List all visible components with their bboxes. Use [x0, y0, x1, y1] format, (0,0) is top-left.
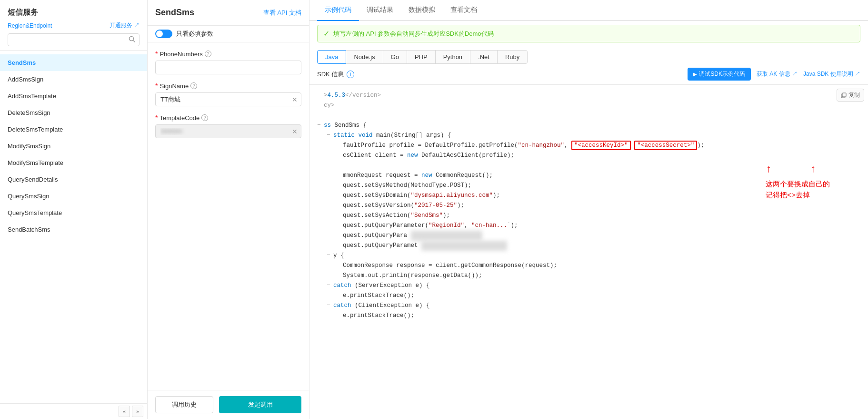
link-ak-info[interactable]: 获取 AK 信息 ↗	[757, 70, 798, 78]
input-wrap-TemplateCode: ✕	[155, 124, 301, 138]
code-line: csClient client = new DefaultAcsClient(p…	[317, 151, 860, 161]
notice-text: 填写左侧的 API 参数会自动同步生成对应SDK的Demo代码	[333, 30, 494, 38]
lang-tab-python[interactable]: Python	[435, 50, 470, 64]
blurred-param-2: ████████████████████████	[421, 241, 507, 251]
required-mark: *	[155, 82, 158, 90]
sidebar-bottom: « »	[0, 403, 147, 419]
form-label-SignName: * SignName?	[155, 82, 301, 90]
lang-tab-go[interactable]: Go	[383, 50, 407, 64]
tab-mock[interactable]: 数据模拟	[401, 0, 443, 21]
clear-icon[interactable]: ✕	[292, 128, 298, 135]
field-input-SignName[interactable]	[155, 92, 301, 106]
code-line: CommonResponse response = client.getComm…	[317, 261, 860, 271]
access-key-id-highlight: "<accessKeyId>"	[571, 141, 631, 150]
toggle-required-only[interactable]	[155, 30, 172, 38]
info-icon[interactable]: ?	[190, 82, 197, 89]
code-line: − static void main(String[] args) {	[317, 131, 860, 141]
code-line: quest.setSysDomain("dysmsapi.aliyuncs.co…	[317, 191, 860, 201]
code-line	[317, 111, 860, 121]
lang-tab-java[interactable]: Java	[317, 50, 346, 64]
svg-line-1	[133, 41, 135, 42]
code-line: >4.5.3</version>	[317, 91, 860, 101]
toggle-row: 只看必填参数	[148, 26, 309, 42]
code-line: mmonRequest request = new CommonRequest(…	[317, 171, 860, 181]
right-tabs: 示例代码调试结果数据模拟查看文档	[309, 0, 868, 21]
field-input-PhoneNumbers[interactable]	[155, 61, 301, 74]
code-line: − ss SendSms {	[317, 121, 860, 131]
sdk-info-bar: SDK 信息 i 调试SDK示例代码 获取 AK 信息 ↗ Java SDK 使…	[309, 64, 868, 85]
required-mark: *	[155, 114, 158, 122]
tab-debug[interactable]: 调试结果	[359, 0, 401, 21]
sidebar-nav: SendSmsAddSmsSignAddSmsTemplateDeleteSms…	[0, 51, 147, 403]
search-icon[interactable]	[129, 36, 135, 44]
link-region-endpoint[interactable]: Region&Endpoint	[8, 22, 52, 29]
lang-tab-php[interactable]: PHP	[407, 50, 436, 64]
sidebar-item-ModifySmsTemplate[interactable]: ModifySmsTemplate	[0, 154, 147, 171]
info-icon[interactable]: ?	[201, 114, 208, 121]
code-area: 复制 >4.5.3</version> cy> −	[309, 85, 868, 419]
scroll-right-btn[interactable]: »	[132, 406, 143, 417]
input-wrap-PhoneNumbers	[155, 61, 301, 74]
form-group-PhoneNumbers: * PhoneNumbers?	[155, 50, 301, 74]
right-panel: 示例代码调试结果数据模拟查看文档 ✓ 填写左侧的 API 参数会自动同步生成对应…	[309, 0, 868, 419]
sidebar-item-SendSms[interactable]: SendSms	[0, 54, 147, 71]
sidebar-item-AddSmsSign[interactable]: AddSmsSign	[0, 71, 147, 88]
link-java-sdk[interactable]: Java SDK 使用说明 ↗	[803, 70, 860, 78]
middle-title: SendSms	[155, 8, 194, 18]
sidebar: 短信服务 Region&Endpoint 开通服务 ↗ SendSmsAddSm…	[0, 0, 148, 419]
middle-panel: SendSms 查看 API 文档 只看必填参数 * PhoneNumbers?…	[148, 0, 309, 419]
scroll-left-btn[interactable]: «	[119, 406, 130, 417]
code-line: quest.putQueryPara ████████████████████	[317, 231, 860, 241]
code-line: − catch (ClientException e) {	[317, 301, 860, 311]
code-line: cy>	[317, 101, 860, 111]
sidebar-links: Region&Endpoint 开通服务 ↗	[8, 21, 140, 30]
link-open-service[interactable]: 开通服务 ↗	[110, 21, 140, 30]
lang-tabs: JavaNode.jsGoPHPPython.NetRuby	[317, 50, 527, 64]
sidebar-title: 短信服务	[8, 8, 140, 18]
input-wrap-SignName: ✕	[155, 92, 301, 106]
field-label-text: PhoneNumbers	[160, 51, 202, 58]
tab-example[interactable]: 示例代码	[317, 0, 359, 21]
form-group-TemplateCode: * TemplateCode?✕	[155, 114, 301, 138]
notice-bar: ✓ 填写左侧的 API 参数会自动同步生成对应SDK的Demo代码	[317, 25, 860, 42]
tab-docs[interactable]: 查看文档	[443, 0, 485, 21]
lang-tab-nodejs[interactable]: Node.js	[346, 50, 383, 64]
toggle-icon[interactable]: −	[327, 131, 333, 141]
sidebar-item-QuerySmsSign[interactable]: QuerySmsSign	[0, 188, 147, 204]
copy-btn[interactable]: 复制	[837, 89, 864, 102]
check-icon: ✓	[323, 29, 329, 38]
sidebar-item-DeleteSmsSign[interactable]: DeleteSmsSign	[0, 104, 147, 121]
sdk-info-label: SDK 信息	[317, 70, 344, 79]
sdk-info-icon[interactable]: i	[347, 71, 354, 78]
toggle-icon[interactable]: −	[327, 301, 333, 311]
form-fields: * PhoneNumbers?* SignName?✕* TemplateCod…	[148, 42, 309, 390]
sidebar-item-SendBatchSms[interactable]: SendBatchSms	[0, 221, 147, 238]
form-group-SignName: * SignName?✕	[155, 82, 301, 106]
info-icon[interactable]: ?	[205, 51, 211, 57]
api-doc-link[interactable]: 查看 API 文档	[263, 9, 301, 17]
field-input-TemplateCode[interactable]	[155, 124, 301, 138]
lang-tab-ruby[interactable]: Ruby	[497, 50, 528, 64]
btn-invoke[interactable]: 发起调用	[219, 396, 301, 413]
search-input[interactable]	[12, 36, 129, 43]
sidebar-item-ModifySmsSign[interactable]: ModifySmsSign	[0, 138, 147, 154]
sdk-info-left: SDK 信息 i	[317, 70, 354, 79]
lang-tab-net[interactable]: .Net	[470, 50, 498, 64]
access-secret-highlight: "<accessSecret>"	[634, 141, 697, 150]
sidebar-item-AddSmsTemplate[interactable]: AddSmsTemplate	[0, 88, 147, 104]
sidebar-item-QuerySmsTemplate[interactable]: QuerySmsTemplate	[0, 204, 147, 221]
sidebar-header: 短信服务 Region&Endpoint 开通服务 ↗	[0, 0, 147, 51]
toggle-icon[interactable]: −	[327, 281, 333, 291]
toggle-icon[interactable]: −	[327, 251, 333, 261]
btn-history[interactable]: 调用历史	[155, 396, 213, 413]
toggle-label: 只看必填参数	[176, 30, 213, 38]
sidebar-item-QuerySendDetails[interactable]: QuerySendDetails	[0, 171, 147, 188]
sidebar-item-DeleteSmsTemplate[interactable]: DeleteSmsTemplate	[0, 121, 147, 138]
toggle-icon[interactable]: −	[317, 121, 324, 131]
svg-rect-3	[842, 93, 846, 97]
btn-test-sdk[interactable]: 调试SDK示例代码	[688, 68, 751, 81]
code-line: quest.setSysMethod(MethodType.POST);	[317, 181, 860, 191]
clear-icon[interactable]: ✕	[292, 96, 298, 103]
code-line	[317, 161, 860, 171]
middle-header: SendSms 查看 API 文档	[148, 0, 309, 26]
